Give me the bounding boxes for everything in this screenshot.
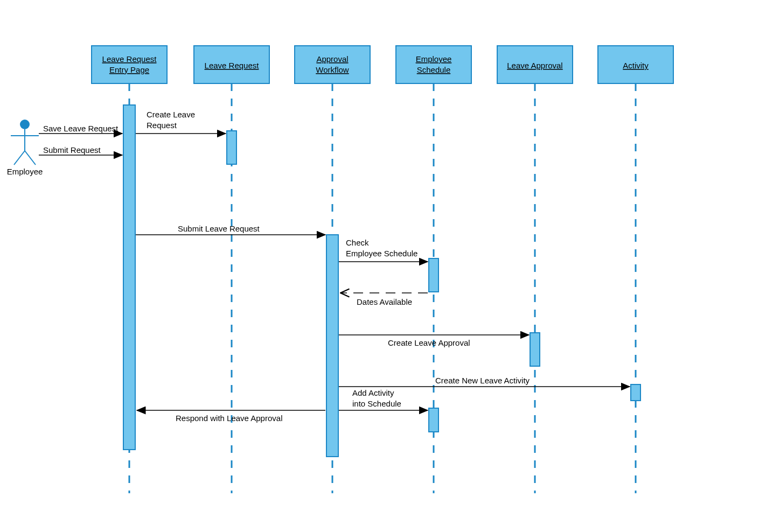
participant-box-p3 — [295, 46, 370, 83]
msg-check-employee-schedule-label-2: Employee Schedule — [346, 249, 417, 258]
msg-check-employee-schedule-label-1: Check — [346, 238, 369, 247]
msg-create-leave-request-label-1: Create Leave — [147, 110, 195, 119]
msg-create-leave-approval-label: Create Leave Approval — [388, 338, 470, 347]
participant-box-p4 — [396, 46, 471, 83]
activation-approval-workflow — [326, 235, 338, 457]
activation-employee-schedule-2 — [429, 408, 438, 432]
participant-label-p3-1: Approval — [316, 54, 348, 64]
participant-label-p4-2: Schedule — [417, 65, 451, 74]
svg-point-0 — [20, 120, 30, 129]
msg-create-leave-request-label-2: Request — [147, 121, 177, 130]
msg-save-leave-request-label: Save Leave Request — [43, 124, 119, 133]
participant-label-p4-1: Employee — [416, 54, 452, 64]
activation-leave-request — [227, 131, 236, 164]
participant-label-p2-1: Leave Request — [205, 61, 260, 70]
participant-label-p3-2: Workflow — [316, 65, 349, 74]
msg-dates-available-label: Dates Available — [357, 297, 412, 306]
participant-p6: Activity — [598, 46, 673, 493]
svg-line-3 — [14, 151, 25, 165]
msg-add-activity-label-2: into Schedule — [352, 399, 401, 408]
participant-box-p1 — [92, 46, 167, 83]
activation-leave-approval — [530, 333, 540, 366]
participant-label-p1-2: Entry Page — [109, 65, 149, 74]
participant-p2: Leave Request — [194, 46, 269, 493]
msg-submit-request-label: Submit Request — [43, 145, 101, 155]
participant-label-p5-1: Leave Approval — [507, 61, 562, 70]
participant-label-p6-1: Activity — [623, 61, 649, 70]
actor-employee: Employee — [7, 120, 43, 176]
activation-activity — [631, 384, 640, 401]
svg-line-4 — [25, 151, 36, 165]
msg-respond-with-leave-approval-label: Respond with Leave Approval — [176, 414, 282, 423]
participant-label-p1-1: Leave Request — [102, 54, 157, 64]
actor-label: Employee — [7, 167, 43, 176]
participant-p5: Leave Approval — [497, 46, 573, 493]
activation-entry-page — [123, 105, 135, 450]
msg-add-activity-label-1: Add Activity — [352, 388, 394, 397]
msg-create-new-leave-activity-label: Create New Leave Activity — [435, 376, 530, 385]
msg-submit-leave-request-label: Submit Leave Request — [178, 224, 260, 233]
activation-employee-schedule-1 — [429, 258, 438, 292]
sequence-diagram: Employee Leave RequestEntry PageLeave Re… — [0, 0, 766, 532]
